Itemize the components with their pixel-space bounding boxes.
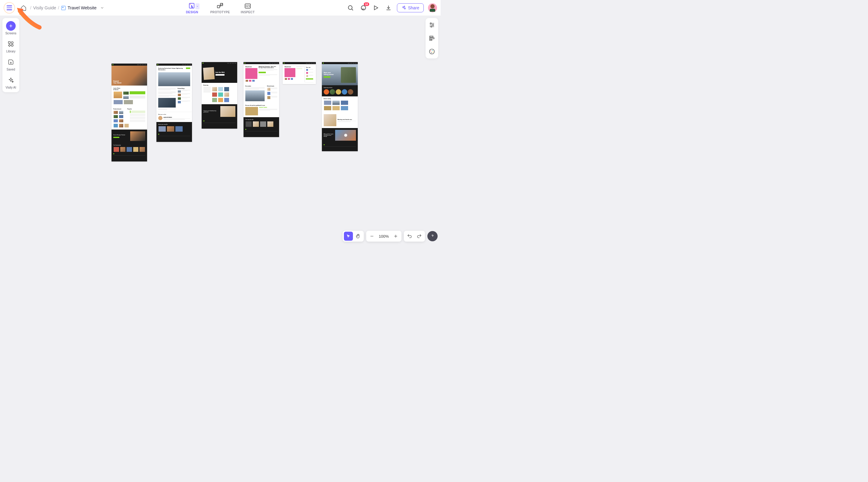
topbar: / Visily Guide / Travel Website DESIGN [0,0,441,16]
popular-label: Popular [127,108,132,110]
artboard-article[interactable]: Exploring Switzerland: Unique Sightseein… [156,64,192,142]
community-label: Our Community [113,144,145,146]
svg-rect-4 [217,5,220,8]
help-button[interactable] [427,231,438,241]
zoom-in-button[interactable] [391,232,400,241]
share-button[interactable]: Share [397,3,424,12]
artboard-product[interactable]: Wanderlust Wanderlust Chronicles: Tales … [244,62,279,137]
story-label: Alicia and her 1 year traveling around E… [324,133,334,137]
hero-title: Into the Wild [216,71,236,73]
breadcrumb-separator: / [58,5,59,10]
desc-label: Description [245,86,265,87]
artboard-catalog[interactable]: Into the Wild Browsing Choose your Guide… [202,62,237,129]
related-label: Related Blogs [178,88,190,89]
events-label: Events nearby [324,98,356,99]
canvas[interactable]: Expand Your World Latest News & Stories … [0,16,441,245]
project-icon [61,5,66,10]
undo-button[interactable] [405,232,414,241]
artboard-hiking[interactable]: Meet your hiking partner Exploring activ… [322,62,358,151]
product-title: Wanderlust [284,66,296,67]
browsing-label: Browsing [204,85,236,86]
artboard-home[interactable]: Expand Your World Latest News & Stories … [112,64,147,161]
zoom-out-button[interactable] [367,232,376,241]
exploring-label: Exploring activities [324,87,356,88]
product-subtitle: Wanderlust Chronicles: Tales from the Op… [258,66,277,68]
topbar-left: / Visily Guide / Travel Website [4,2,104,13]
zoom-controls: 100% [366,231,401,242]
hand-tool[interactable] [353,232,363,241]
product-title: Wanderlust [245,66,257,67]
tab-inspect[interactable]: INSPECT [241,2,255,14]
svg-point-10 [404,6,405,7]
redo-button[interactable] [415,232,424,241]
notification-badge: 18 [364,2,369,6]
mode-tabs: DESIGN PROTOTYPE INSPECT [186,2,255,14]
featured-label: Featured post [113,108,121,110]
breadcrumb-project[interactable]: Travel Website [67,5,96,10]
meeting-label: Meeting new friends now [338,119,356,120]
breadcrumb: / Visily Guide / Travel Website [30,5,104,10]
cursor-tools [343,231,364,242]
play-button[interactable] [372,4,380,12]
svg-rect-1 [62,7,64,8]
svg-point-7 [348,6,352,10]
hamburger-icon [7,5,12,10]
tab-inspect-label: INSPECT [241,10,255,14]
tab-prototype[interactable]: PROTOTYPE [210,2,230,14]
inspect-icon [244,2,252,10]
search-button[interactable] [346,4,355,12]
bottom-toolbar: 100% [343,231,438,242]
history-controls [404,231,425,242]
home-button[interactable] [19,4,28,12]
hero-title: Expand Your World [113,80,145,84]
zoom-level[interactable]: 100% [377,234,391,238]
breadcrumb-separator: / [30,5,31,10]
section-title: Latest News & Stories [113,87,145,90]
share-label: Share [408,5,419,10]
discover-label: Discover the perfect guidebook for you [245,105,277,106]
podcast-label: Serene Escapes Podcast [113,134,129,135]
alsolike-label: You may also like [245,119,277,120]
article-title: Exploring Switzerland: Unique Sightseein… [158,67,185,70]
download-button[interactable] [384,4,393,12]
tab-prototype-label: PROTOTYPE [210,10,230,14]
guidebook-label: Choose your Guidebook by preference [204,110,219,113]
breadcrumb-workspace[interactable]: Visily Guide [33,5,56,10]
svg-point-3 [190,4,191,4]
design-icon [188,2,196,10]
cart-title: Your cart [306,67,313,68]
stories-label: Stories you may like [158,124,190,125]
design-dropdown[interactable] [195,3,199,9]
artboard-cart[interactable]: Wanderlust Your cart [283,62,316,84]
user-avatar[interactable] [428,3,437,12]
menu-button[interactable] [4,2,15,13]
prototype-icon [216,2,224,10]
topbar-right: 18 Share [346,3,437,12]
comments-button[interactable]: 18 [359,4,367,12]
author-label: Meet your author [158,114,190,115]
related-label: Related books [267,86,277,87]
tab-design-label: DESIGN [186,10,198,14]
chevron-down-icon[interactable] [100,6,104,10]
cursor-tool[interactable] [344,232,353,241]
